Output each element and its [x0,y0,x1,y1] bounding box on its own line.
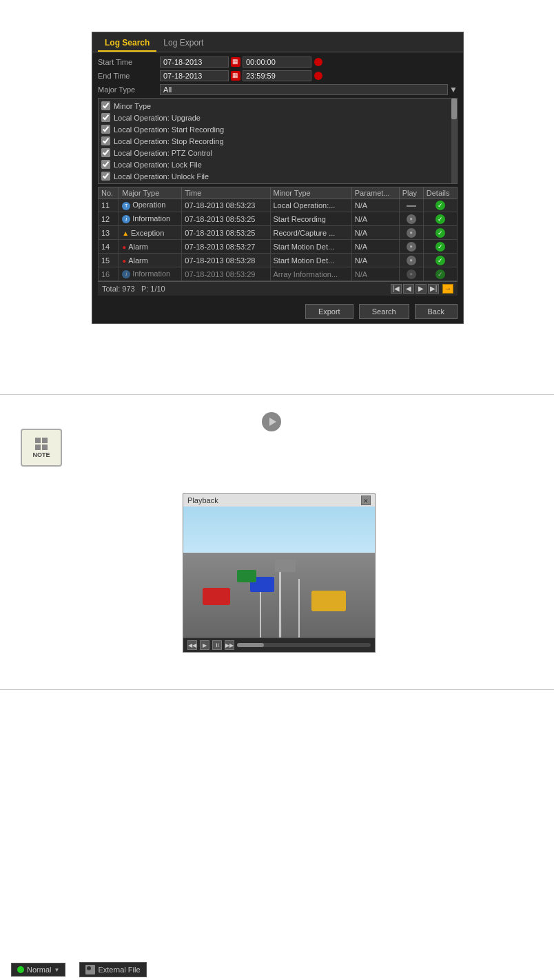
pagination-go-btn[interactable]: → [442,284,453,294]
col-no: No. [99,187,119,199]
play-circle-icon[interactable]: ● [407,214,416,224]
checkbox-ptz-control[interactable] [101,148,110,157]
export-button[interactable]: Export [305,304,353,319]
playback-play-btn[interactable]: ▶ [200,640,209,650]
tab-log-export[interactable]: Log Export [156,35,210,52]
major-type-icon: ● [122,243,126,251]
checkbox-label-5: Local Operation: Unlock File [114,172,209,181]
col-minor-type: Minor Type [270,187,351,199]
scroll-bar[interactable] [451,99,457,183]
table-cell-details[interactable]: ✓ [423,226,457,240]
play-circle-icon[interactable]: ● [407,269,416,279]
table-cell-major-type: TOperation [119,199,182,212]
playback-pause-btn[interactable]: ⏸ [212,640,222,650]
back-button[interactable]: Back [415,304,458,319]
table-cell-details[interactable]: ✓ [423,267,457,281]
end-time-date[interactable]: 07-18-2013 [160,70,229,81]
playback-forward-btn[interactable]: ▶▶ [225,640,234,650]
checkbox-upgrade[interactable] [101,113,110,122]
play-circle-icon[interactable]: ● [407,228,416,238]
table-cell-minor-type: Start Motion Det... [270,254,351,267]
details-check-icon[interactable]: ✓ [435,242,445,252]
table-cell-major-type: ●Alarm [119,240,182,254]
scroll-thumb[interactable] [451,99,457,119]
table-cell-minor-type: Array Information... [270,267,351,281]
note-cell-4 [42,445,48,450]
table-cell-minor-type: Record/Capture ... [270,226,351,240]
table-cell-details[interactable]: ✓ [423,240,457,254]
log-body: Start Time 07-18-2013 00:00:00 End Time … [92,52,463,300]
minor-type-checkbox-row: Minor Type [101,100,454,112]
table-cell-minor-type: Start Recording [270,212,351,226]
checkbox-label-4: Local Operation: Lock File [114,161,202,169]
tab-log-search[interactable]: Log Search [98,35,156,52]
search-button[interactable]: Search [359,304,409,319]
table-cell-details[interactable]: ✓ [423,199,457,212]
note-cell-1 [35,438,41,443]
playback-rewind-btn[interactable]: ◀◀ [187,640,197,650]
pagination-last-btn[interactable]: ▶| [428,284,439,294]
table-row: 16iInformation07-18-2013 08:53:29Array I… [99,267,458,281]
table-cell-play[interactable]: ● [399,254,423,267]
pagination-next-btn[interactable]: ▶ [416,284,427,294]
minor-type-checkbox[interactable] [101,101,110,110]
external-file-button[interactable]: External File [79,962,146,977]
normal-dropdown-icon[interactable]: ▼ [54,967,59,973]
checkbox-label-0: Local Operation: Upgrade [114,114,201,122]
table-cell-play[interactable] [399,199,423,212]
details-check-icon[interactable]: ✓ [435,269,445,279]
normal-status-button[interactable]: Normal ▼ [11,963,65,977]
details-check-icon[interactable]: ✓ [435,256,445,265]
start-date-calendar-icon[interactable] [231,57,240,67]
major-type-icon: ● [122,257,126,265]
checkbox-start-recording[interactable] [101,125,110,134]
play-circle-icon[interactable]: ● [407,256,416,265]
start-time-clear-icon[interactable] [314,58,322,66]
checkbox-lock-file[interactable] [101,160,110,169]
details-check-icon[interactable]: ✓ [435,201,445,210]
pagination-prev-btn[interactable]: ◀ [403,284,414,294]
checkbox-unlock-file[interactable] [101,172,110,181]
checkbox-row-0: Local Operation: Upgrade [101,112,454,123]
end-time-row: End Time 07-18-2013 23:59:59 [98,70,458,81]
details-check-icon[interactable]: ✓ [435,228,445,238]
start-time-time[interactable]: 00:00:00 [243,57,311,68]
table-cell-no: 13 [99,226,119,240]
table-cell-time: 07-18-2013 08:53:27 [182,240,270,254]
end-time-clear-icon[interactable] [314,72,322,80]
major-type-dropdown-icon[interactable]: ▼ [449,85,458,94]
table-cell-params: N/A [351,212,399,226]
checkbox-stop-recording[interactable] [101,136,110,145]
note-label: NOTE [32,451,50,458]
details-check-icon[interactable]: ✓ [435,214,445,224]
playback-title: Playback [187,496,218,504]
table-cell-time: 07-18-2013 08:53:29 [182,267,270,281]
table-cell-play[interactable]: ● [399,240,423,254]
playback-progress-bar[interactable] [237,643,371,647]
table-cell-details[interactable]: ✓ [423,212,457,226]
end-time-time[interactable]: 23:59:59 [243,70,311,81]
table-cell-params: N/A [351,240,399,254]
start-time-date[interactable]: 07-18-2013 [160,57,229,68]
results-table: No. Major Type Time Minor Type Paramet..… [98,187,458,281]
play-circle-icon[interactable]: ● [407,242,416,252]
table-cell-play[interactable]: ● [399,226,423,240]
table-cell-major-type: ▲Exception [119,226,182,240]
table-cell-time: 07-18-2013 08:53:25 [182,212,270,226]
play-icon[interactable] [262,412,281,431]
table-cell-play[interactable]: ● [399,212,423,226]
checkbox-row-1: Local Operation: Start Recording [101,123,454,135]
button-row: Export Search Back [92,300,463,323]
road-scene [183,507,375,637]
divider-bottom [0,689,554,690]
end-date-calendar-icon[interactable] [231,71,240,81]
major-type-select[interactable]: All [160,84,448,95]
bottom-bar: Normal ▼ External File [0,958,554,980]
table-cell-play[interactable]: ● [399,267,423,281]
table-cell-time: 07-18-2013 08:53:25 [182,226,270,240]
pagination-first-btn[interactable]: |◀ [391,284,402,294]
playback-close-button[interactable]: ✕ [361,496,371,505]
table-cell-no: 15 [99,254,119,267]
table-cell-details[interactable]: ✓ [423,254,457,267]
disk-icon [85,965,95,974]
